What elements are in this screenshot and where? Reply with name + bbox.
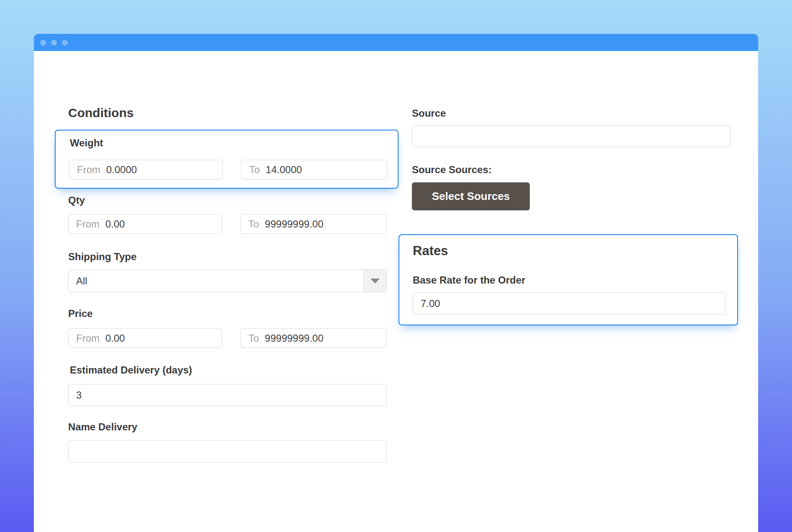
estimated-delivery-input[interactable]	[76, 384, 386, 406]
window-titlebar	[34, 34, 758, 51]
estimated-delivery-label: Estimated Delivery (days)	[70, 364, 192, 376]
window-control-dot[interactable]	[51, 40, 57, 46]
qty-from-field[interactable]: From	[68, 214, 222, 234]
weight-label: Weight	[70, 137, 103, 149]
price-to-field[interactable]: To	[240, 328, 387, 348]
price-from-field[interactable]: From	[68, 328, 222, 348]
price-to-input[interactable]	[265, 329, 386, 348]
rates-title: Rates	[413, 243, 448, 258]
base-rate-field[interactable]	[413, 292, 726, 315]
base-rate-input[interactable]	[421, 293, 725, 314]
source-sources-label: Source Sources:	[412, 164, 492, 176]
weight-to-field[interactable]: To	[241, 160, 388, 179]
price-from-input[interactable]	[105, 329, 222, 348]
to-prefix-label: To	[249, 164, 260, 176]
shipping-type-selected-value: All	[76, 275, 87, 287]
weight-to-input[interactable]	[266, 160, 387, 179]
app-window: Conditions Weight From To Qty From To Sh…	[34, 34, 758, 532]
qty-to-input[interactable]	[265, 215, 386, 233]
estimated-delivery-field[interactable]	[68, 384, 387, 406]
shipping-type-dropdown-button[interactable]	[363, 269, 387, 292]
window-control-dot[interactable]	[40, 40, 46, 46]
qty-to-field[interactable]: To	[240, 214, 387, 234]
to-prefix-label: To	[248, 332, 259, 344]
rates-section-highlight: Rates Base Rate for the Order	[399, 234, 738, 325]
window-control-dot[interactable]	[62, 40, 68, 46]
base-rate-label: Base Rate for the Order	[413, 274, 525, 286]
price-label: Price	[68, 308, 93, 320]
shipping-type-label: Shipping Type	[68, 251, 137, 263]
weight-from-field[interactable]: From	[69, 160, 223, 179]
qty-label: Qty	[68, 194, 85, 206]
weight-section-highlight: Weight From To	[55, 130, 399, 189]
source-field[interactable]	[412, 125, 731, 147]
form-content: Conditions Weight From To Qty From To Sh…	[34, 51, 758, 532]
from-prefix-label: From	[77, 164, 100, 176]
source-input[interactable]	[420, 125, 731, 147]
select-sources-button[interactable]: Select Sources	[412, 182, 530, 210]
to-prefix-label: To	[248, 218, 259, 230]
qty-from-input[interactable]	[105, 215, 222, 233]
name-delivery-label: Name Delivery	[68, 421, 137, 433]
conditions-title: Conditions	[68, 106, 134, 120]
from-prefix-label: From	[76, 218, 100, 230]
shipping-type-select[interactable]: All	[68, 269, 387, 292]
name-delivery-field[interactable]	[68, 440, 387, 463]
from-prefix-label: From	[76, 332, 100, 344]
weight-from-input[interactable]	[106, 160, 222, 179]
chevron-down-icon	[370, 279, 380, 284]
name-delivery-input[interactable]	[76, 441, 386, 462]
source-label: Source	[412, 107, 446, 119]
